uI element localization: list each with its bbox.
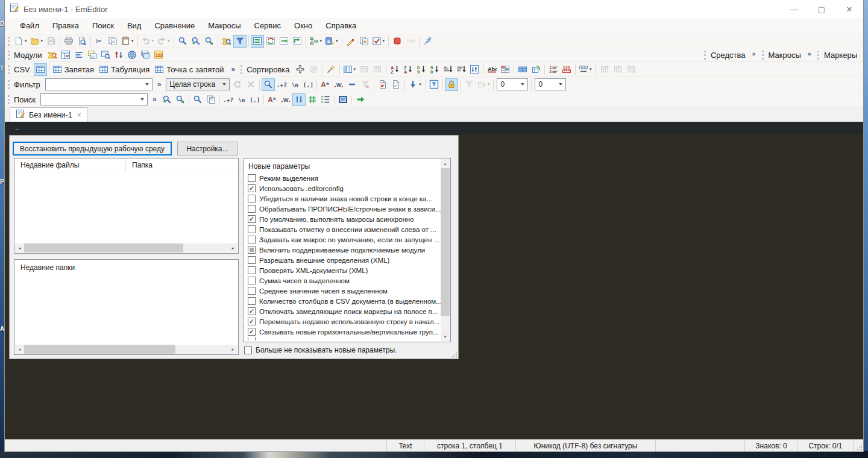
new-file-button[interactable]: ▾ xyxy=(13,35,29,48)
close-button[interactable]: ✕ xyxy=(835,0,863,18)
wand-button[interactable] xyxy=(324,63,338,76)
dont-show-options-row[interactable]: Больше не показывать новые параметры. xyxy=(244,346,397,354)
option-checkbox[interactable] xyxy=(248,195,256,202)
csv-standard-button[interactable] xyxy=(34,63,47,76)
find-next-button[interactable] xyxy=(174,93,187,106)
option-row[interactable]: Количество столбцов в CSV документа (в в… xyxy=(245,296,441,306)
option-row[interactable]: Убедиться в наличии знака новой строки в… xyxy=(245,193,441,204)
dash-button[interactable] xyxy=(345,78,359,91)
option-checkbox[interactable]: ✓ xyxy=(248,318,256,325)
option-row[interactable]: Среднее значение чисел в выделенном xyxy=(245,286,441,296)
csv-comma-button[interactable]: Запятая xyxy=(51,63,98,76)
sort-length-asc-button[interactable] xyxy=(441,63,454,76)
column-check-button[interactable] xyxy=(624,63,638,76)
regex-toggle[interactable]: .+? xyxy=(275,78,288,91)
tab-close-icon[interactable]: × xyxy=(77,111,81,119)
minimize-button[interactable]: — xyxy=(780,0,808,18)
search-button[interactable] xyxy=(191,93,204,106)
go-next-button[interactable] xyxy=(354,93,367,106)
sort-za-button[interactable]: ZA xyxy=(401,63,415,76)
stop-macro-button[interactable] xyxy=(391,35,404,48)
print-preview-button[interactable] xyxy=(75,35,89,48)
scrollbar-thumb[interactable] xyxy=(24,243,183,253)
option-row[interactable]: Включить поддерживаемые подключаемые мод… xyxy=(245,245,441,255)
scrollbar-thumb[interactable] xyxy=(24,345,175,354)
play-macro-button[interactable] xyxy=(357,35,371,48)
status-extra[interactable] xyxy=(655,440,744,451)
option-row[interactable]: Показывать отметку о внесении изменений … xyxy=(245,224,441,234)
option-row[interactable]: Проверять XML-документы (XML) xyxy=(245,265,441,275)
plugin-search-button[interactable] xyxy=(99,49,112,61)
option-checkbox[interactable] xyxy=(248,277,256,284)
scroll-up-icon[interactable]: ▲ xyxy=(441,159,450,168)
plugin-html-bar-button[interactable] xyxy=(59,49,72,61)
sort-09-button[interactable]: 09 xyxy=(415,63,428,76)
recent-files-hscrollbar[interactable]: ◄ ► xyxy=(15,243,237,253)
menu-item-Макросы[interactable]: Макросы xyxy=(201,18,247,34)
customize-button[interactable]: Настройка... xyxy=(177,142,237,155)
match-case-button[interactable]: Aa xyxy=(266,93,279,106)
range-toggle[interactable]: [,] xyxy=(301,78,315,91)
toolbar-overflow-chevron[interactable]: » xyxy=(808,50,811,57)
menu-item-Сервис[interactable]: Сервис xyxy=(248,18,288,34)
option-checkbox[interactable] xyxy=(248,266,256,274)
whole-word-button[interactable]: W xyxy=(332,78,345,91)
find-next-button[interactable] xyxy=(203,35,216,48)
find-in-files-button[interactable] xyxy=(220,35,233,48)
option-row[interactable]: Сумма чисел в выделенном xyxy=(245,275,441,286)
open-folder-button[interactable]: ▾ xyxy=(29,35,45,48)
option-row[interactable]: ✓Связывать новые горизонтальные/вертикал… xyxy=(245,327,441,337)
box-next-button[interactable]: ▾ xyxy=(476,78,492,91)
updown-button[interactable] xyxy=(292,93,306,106)
option-checkbox[interactable] xyxy=(248,205,256,213)
refresh-button[interactable] xyxy=(231,78,244,91)
new-options-vscrollbar[interactable]: ▲ ▼ xyxy=(441,159,450,341)
paste-button[interactable]: ▾ xyxy=(119,35,136,48)
pivot-button[interactable] xyxy=(598,63,611,76)
option-row[interactable]: ✓Перемещать недавно использованную строк… xyxy=(245,316,441,327)
plugin-word-count-button[interactable] xyxy=(112,49,125,61)
sort-disabled-button[interactable] xyxy=(307,63,320,76)
menu-item-Справка[interactable]: Справка xyxy=(319,18,363,34)
menu-item-Вид[interactable]: Вид xyxy=(121,18,148,34)
extract-button[interactable]: ▾ xyxy=(407,78,423,91)
scroll-left-icon[interactable]: ◄ xyxy=(15,345,24,354)
column-select-button[interactable]: ▾ xyxy=(342,63,358,76)
plugin-outline-button[interactable] xyxy=(72,49,86,61)
search-input[interactable] xyxy=(40,93,148,105)
restore-workspace-button[interactable]: Восстановить предыдущую рабочую среду xyxy=(13,142,172,155)
option-checkbox[interactable]: ✓ xyxy=(248,215,256,223)
find-previous-button[interactable] xyxy=(189,35,203,48)
sort-toggle-button[interactable] xyxy=(468,63,481,76)
new-options-list[interactable]: Новые параметры Режим выделения✓Использо… xyxy=(244,158,451,342)
step-macro-button[interactable] xyxy=(404,35,417,48)
list-matches-button[interactable] xyxy=(319,93,332,106)
option-row[interactable]: ✓Использовать .editorconfig xyxy=(245,183,441,193)
copy-button[interactable] xyxy=(106,35,119,48)
option-checkbox[interactable] xyxy=(248,174,256,182)
plugin-explorer-button[interactable] xyxy=(46,49,59,61)
plugin-number-button[interactable]: 123 xyxy=(152,49,165,61)
toolbar-overflow-chevron[interactable]: » xyxy=(231,65,235,74)
filter-input[interactable] xyxy=(45,78,153,90)
recent-files-list[interactable]: Недавние файлы Папка ◄ ► xyxy=(14,158,239,254)
scroll-left-icon[interactable]: ◄ xyxy=(15,243,24,253)
csv-semicolon-button[interactable]: Точка с запятой xyxy=(153,63,227,76)
option-checkbox[interactable]: ✓ xyxy=(248,184,256,192)
option-checkbox[interactable] xyxy=(248,236,256,243)
ignore-case-button[interactable]: Abc xyxy=(485,63,498,76)
toolbar-overflow-chevron[interactable]: » xyxy=(153,95,157,104)
option-row[interactable]: ✓Отключать замедляющие поиск маркеры на … xyxy=(245,306,441,316)
status-lines[interactable]: Строк: 0/1 xyxy=(797,440,853,451)
regex-toggle[interactable]: .+? xyxy=(222,93,235,106)
find-previous-button[interactable] xyxy=(160,93,174,106)
pages-button[interactable] xyxy=(204,93,218,106)
escape-toggle[interactable]: \n xyxy=(235,93,248,106)
filter-box-button[interactable] xyxy=(427,78,441,91)
dont-show-checkbox[interactable] xyxy=(244,347,252,354)
column-width-button[interactable]: ▾ xyxy=(577,63,594,76)
menu-item-Сравнение[interactable]: Сравнение xyxy=(148,18,201,34)
scrollbar-thumb[interactable] xyxy=(441,168,450,316)
search-button[interactable] xyxy=(176,35,189,48)
back-arrow-icon[interactable]: ← xyxy=(14,123,22,133)
